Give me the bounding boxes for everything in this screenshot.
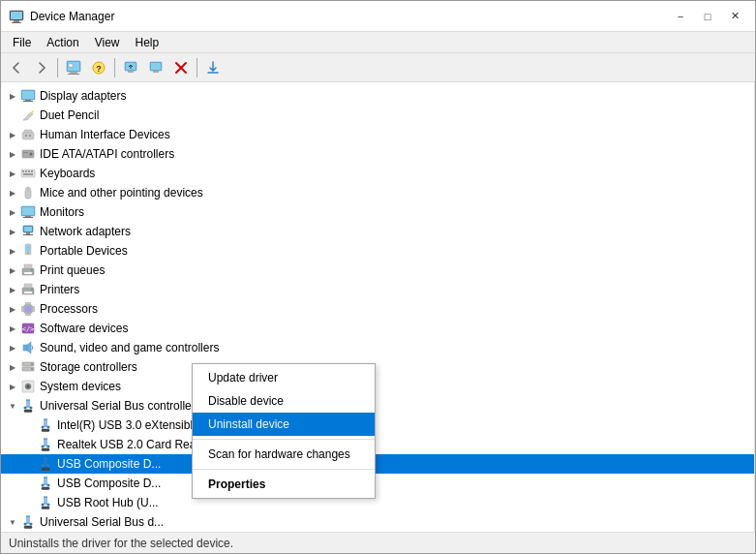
window-controls: − □ ✕ [668,7,747,26]
tree-label-human-interface: Human Interface Devices [40,128,170,141]
maximize-button[interactable]: □ [695,7,720,26]
svg-rect-100 [42,507,49,509]
ctx-scan-hardware[interactable]: Scan for hardware changes [193,443,375,466]
tree-toggle-display-adapters[interactable] [5,88,20,104]
svg-rect-7 [68,74,79,75]
tree-item-keyboards[interactable]: Keyboards [1,164,754,183]
uninstall-button[interactable] [169,56,193,79]
svg-rect-85 [24,410,32,413]
device-icon-sound-video [20,340,36,355]
device-icon-usb-composite-2 [38,476,53,491]
tree-item-monitors[interactable]: Monitors [1,202,754,222]
tree-item-portable-devices[interactable]: Portable Devices [1,241,754,261]
device-icon-system-devices [20,379,36,394]
ctx-disable-device[interactable]: Disable device [193,389,375,413]
tree-toggle-software-devices[interactable] [5,321,20,336]
device-icon-human-interface [20,127,36,142]
ctx-separator-after-uninstall-device [193,439,375,440]
title-bar: Device Manager − □ ✕ [1,1,755,32]
svg-rect-57 [24,292,32,293]
scan-button[interactable] [144,56,167,79]
ctx-properties[interactable]: Properties [193,473,375,496]
device-icon-mice [20,185,36,200]
title-text: Device Manager [30,10,668,23]
tree-item-storage-controllers[interactable]: Storage controllers [1,357,754,377]
svg-rect-52 [24,264,32,268]
tree-item-usb-root-hub[interactable]: USB Root Hub (U... [1,493,754,512]
status-text: Uninstalls the driver for the selected d… [9,537,233,550]
svg-point-79 [31,368,33,370]
svg-rect-13 [128,71,134,73]
svg-rect-16 [151,63,161,70]
help-button[interactable]: ? [87,56,110,79]
minimize-button[interactable]: − [668,7,693,26]
tree-item-print-queues[interactable]: Print queues [1,261,754,280]
tree-toggle-mice[interactable] [5,185,20,200]
update-driver-button[interactable] [119,56,142,79]
ctx-update-driver[interactable]: Update driver [193,366,375,389]
ctx-uninstall-device[interactable]: Uninstall device [193,413,375,436]
menu-view[interactable]: View [87,32,128,53]
tree-item-usb-controllers-2[interactable]: Universal Serial Bus d... [1,512,754,532]
svg-rect-47 [23,234,33,235]
forward-button[interactable] [30,56,53,79]
tree-item-system-devices[interactable]: System devices [1,377,754,396]
svg-rect-56 [24,284,32,288]
back-button[interactable] [5,56,28,79]
svg-rect-36 [28,170,30,172]
tree-item-duet-pencil[interactable]: Duet Pencil [1,106,754,125]
tree-item-usb-composite-2[interactable]: USB Composite D... [1,474,754,493]
tree-item-ide-atapi[interactable]: IDE ATA/ATAPI controllers [1,144,754,164]
tree-toggle-usb-controllers-2[interactable] [5,514,20,530]
device-icon-ide-atapi [20,146,36,162]
tree-toggle-portable-devices[interactable] [5,243,20,259]
svg-rect-88 [42,429,49,432]
menu-action[interactable]: Action [39,32,86,53]
tree-toggle-ide-atapi[interactable] [5,146,20,162]
tree-item-display-adapters[interactable]: Display adapters [1,86,754,106]
svg-rect-17 [153,71,159,73]
tree-toggle-processors[interactable] [5,301,20,317]
tree-item-realtek-usb[interactable]: Realtek USB 2.0 Card Reader [1,435,754,454]
tree-toggle-human-interface[interactable] [5,127,20,142]
tree-item-sound-video[interactable]: Sound, video and game controllers [1,338,754,357]
svg-rect-46 [26,232,30,234]
svg-point-28 [25,135,27,137]
tree-toggle-usb-controllers[interactable] [5,398,20,414]
tree-label-keyboards: Keyboards [40,167,95,180]
device-tree[interactable]: Display adaptersDuet PencilHuman Interfa… [1,82,755,532]
tree-item-printers[interactable]: Printers [1,280,754,299]
tree-toggle-monitors[interactable] [5,204,20,220]
device-icon-usb-controllers [20,398,36,414]
tree-toggle-system-devices[interactable] [5,379,20,394]
close-button[interactable]: ✕ [722,7,747,26]
properties-button[interactable] [62,56,85,79]
tree-item-network-adapters[interactable]: Network adapters [1,222,754,241]
device-icon-realtek-usb [38,437,53,452]
menu-help[interactable]: Help [128,32,167,53]
menu-file[interactable]: File [5,32,39,53]
tree-toggle-printers[interactable] [5,282,20,297]
tree-toggle-network-adapters[interactable] [5,224,20,239]
svg-rect-45 [24,227,32,231]
device-icon-processors [20,301,36,317]
tree-item-software-devices[interactable]: </>Software devices [1,319,754,338]
tree-toggle-sound-video[interactable] [5,340,20,355]
toolbar-separator-3 [197,58,197,77]
tree-item-mice[interactable]: Mice and other pointing devices [1,183,754,202]
tree-item-processors[interactable]: Processors [1,299,754,319]
tree-item-intel-usb3[interactable]: Intel(R) USB 3.0 eXtensible Host Control… [1,416,754,435]
tree-label-usb-composite-2: USB Composite D... [57,477,161,490]
toolbar: ? [1,53,755,82]
tree-item-human-interface[interactable]: Human Interface Devices [1,125,754,144]
tree-toggle-print-queues[interactable] [5,262,20,278]
svg-rect-3 [12,22,21,23]
content-area: Display adaptersDuet PencilHuman Interfa… [1,82,755,532]
tree-toggle-storage-controllers[interactable] [5,359,20,375]
tree-label-duet-pencil: Duet Pencil [40,108,99,122]
download-button[interactable] [201,56,225,79]
tree-item-usb-composite-1[interactable]: USB Composite D... [1,454,754,474]
device-icon-portable-devices [20,243,36,259]
tree-toggle-keyboards[interactable] [5,166,20,181]
tree-item-usb-controllers[interactable]: Universal Serial Bus controllers [1,396,754,416]
